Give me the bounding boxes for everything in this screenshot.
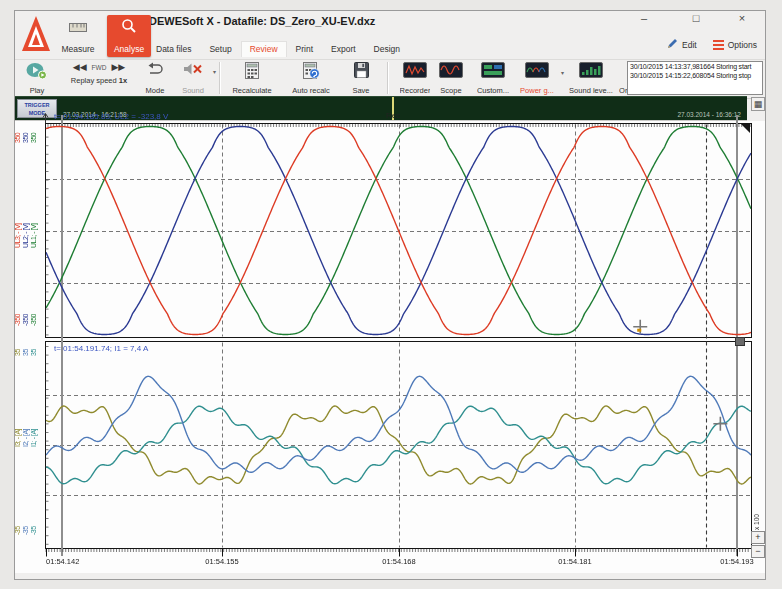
time-tick-label: 01:54.181	[558, 557, 591, 566]
waveform-plots-canvas[interactable]	[0, 0, 782, 589]
zoom-in-button[interactable]: +	[751, 531, 765, 544]
time-tick-label: 01:54.155	[205, 557, 238, 566]
rec-marker-label: Rec	[386, 111, 400, 120]
voltage-ytick-max: 350	[30, 125, 39, 151]
screen: DEWESoft X - Datafile: DS_Zero_XU-EV.dxz…	[0, 0, 782, 589]
channel-label-i1: I1; - [A]	[30, 408, 39, 468]
zoom-factor-label: x 100	[753, 494, 760, 530]
corner-drag-marker[interactable]	[741, 124, 750, 133]
time-tick-label: 01:54.142	[46, 557, 79, 566]
plot-splitter-handle[interactable]	[735, 337, 745, 346]
voltage-cursor-readout: t= 01:54.185.83; UL2 = -323,8 V	[54, 112, 168, 121]
current-ytick-max: 35	[30, 343, 39, 363]
current-ytick-min: -35	[30, 518, 39, 544]
zoom-out-button[interactable]: −	[751, 545, 765, 558]
time-tick-label: 01:54.193	[720, 557, 753, 566]
channel-label-ul1: UL1; - [V]	[30, 205, 39, 267]
voltage-ytick-min: -350	[30, 304, 39, 336]
time-tick-label: 01:54.168	[382, 557, 415, 566]
current-cursor-readout: t= 01:54.191.74; I1 = 7,4 A	[54, 344, 148, 353]
